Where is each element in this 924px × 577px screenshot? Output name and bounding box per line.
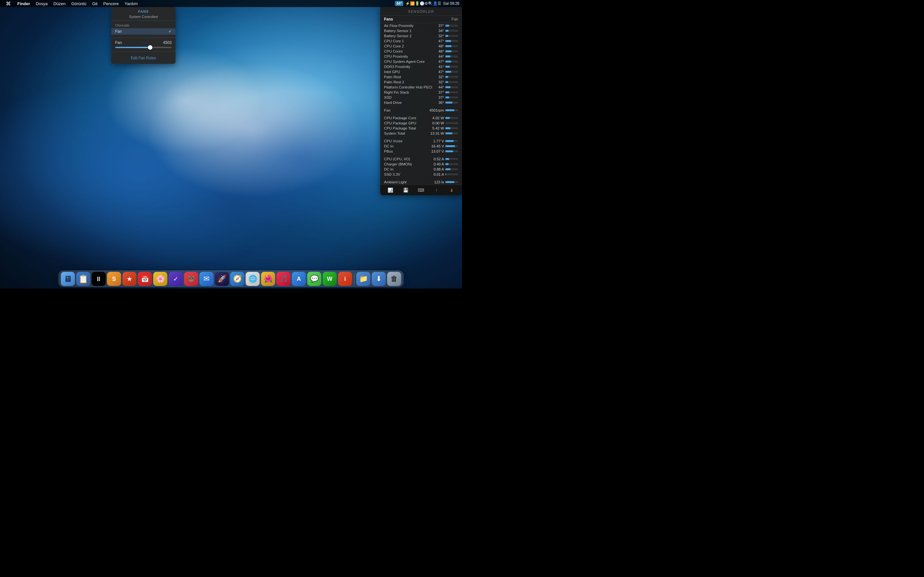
sensor-bar bbox=[445, 76, 448, 78]
dock-item-istatmenus[interactable]: i bbox=[338, 272, 352, 286]
sensor-bar-container bbox=[445, 45, 458, 47]
menu-git[interactable]: Git bbox=[89, 0, 100, 7]
sensor-bar-container bbox=[445, 40, 458, 42]
sensor-row: PBus13.07 V bbox=[380, 149, 462, 154]
sensor-bar-container bbox=[445, 35, 458, 37]
sensor-name: CPU Cores bbox=[384, 49, 433, 53]
sensor-bar-container bbox=[445, 55, 458, 57]
temp-badge[interactable]: 44° bbox=[395, 1, 403, 6]
sensor-bar-container bbox=[445, 30, 458, 32]
sensor-name: Platform Controller Hub PECI bbox=[384, 85, 433, 89]
sensor-bar-container bbox=[445, 122, 458, 124]
edit-fan-rules[interactable]: Edit Fan Rules bbox=[111, 53, 176, 61]
sensor-bar-container bbox=[445, 145, 458, 147]
sensor-row: Ambient Light123 lx bbox=[380, 179, 462, 185]
apple-menu[interactable]: ⌘ bbox=[3, 0, 14, 7]
sensor-value: 44° bbox=[433, 55, 445, 58]
fan-speed-label: Fan bbox=[115, 40, 122, 45]
dock-item-mail[interactable]: ✉ bbox=[200, 272, 214, 286]
sensor-bar-container bbox=[445, 117, 458, 119]
fan-slider-container[interactable] bbox=[111, 46, 176, 50]
sensor-bar bbox=[445, 61, 451, 63]
dock-item-messages[interactable]: 💬 bbox=[307, 272, 321, 286]
sensor-bar bbox=[445, 45, 451, 47]
fans-section: Otomatik Fan ✓ bbox=[111, 21, 176, 36]
dock-item-finder[interactable]: 🖥 bbox=[61, 272, 75, 286]
sensor-value: 44° bbox=[433, 85, 445, 89]
sensor-bar-container bbox=[445, 168, 458, 170]
menu-goruntu[interactable]: Görüntü bbox=[69, 0, 89, 7]
sensor-bar-container bbox=[445, 81, 458, 83]
sensor-bar-container bbox=[445, 102, 458, 103]
menu-finder[interactable]: Finder bbox=[15, 0, 33, 7]
bottom-icon-sensors[interactable]: 🌡 bbox=[448, 187, 456, 193]
tab-fan[interactable]: Fan bbox=[451, 17, 458, 21]
sensor-bar bbox=[445, 91, 449, 93]
sensor-value: 0.01 A bbox=[433, 172, 445, 176]
menu-duzen[interactable]: Düzen bbox=[51, 0, 68, 7]
menu-pencere[interactable]: Pencere bbox=[101, 0, 121, 7]
menu-dosya[interactable]: Dosya bbox=[33, 0, 50, 7]
sensor-name: Fan bbox=[384, 108, 430, 112]
sensor-value: 0.52 A bbox=[433, 157, 445, 161]
fan-option-fan[interactable]: Fan ✓ bbox=[111, 28, 176, 35]
fan-slider-thumb[interactable] bbox=[148, 45, 152, 50]
sensor-value: 32° bbox=[433, 75, 445, 79]
sensor-bar-container bbox=[445, 140, 458, 142]
dock-item-iphonephotos[interactable]: 🌺 bbox=[261, 272, 275, 286]
sensor-row: Battery Sensor 134° bbox=[380, 28, 462, 33]
sensor-bar bbox=[445, 71, 451, 73]
sensor-bar bbox=[445, 30, 449, 32]
fan-slider-track bbox=[115, 47, 172, 48]
sensor-name: CPU Package Total bbox=[384, 126, 433, 130]
dock-item-folder[interactable]: 📁 bbox=[357, 272, 371, 286]
sensor-name: Ambient Light bbox=[384, 180, 433, 184]
sensor-bar bbox=[445, 25, 449, 27]
dock: 🖥 📋 ⏸ S ★ 📅 🌸 ✓ 🐻 ✉ 🚀 🧭 🌐 🌺 🎵 A 💬 W i 📁 … bbox=[58, 271, 404, 287]
sensor-value: 36° bbox=[433, 101, 445, 105]
sensor-name: Battery Sensor 2 bbox=[384, 34, 433, 38]
dock-item-bear[interactable]: 🐻 bbox=[184, 272, 198, 286]
bottom-icon-terminal[interactable]: ⌨ bbox=[417, 187, 425, 193]
dock-item-downloads[interactable]: ⬇ bbox=[372, 272, 386, 286]
sensor-bar bbox=[445, 102, 452, 103]
dock-item-rocket[interactable]: 🚀 bbox=[215, 272, 229, 286]
sensors-title: SENSÖRLER bbox=[380, 7, 462, 16]
sensor-bar-container bbox=[445, 150, 458, 152]
dock-item-reeder[interactable]: ★ bbox=[123, 272, 137, 286]
dock-item-safari[interactable]: 🧭 bbox=[230, 272, 244, 286]
dock-item-sublime[interactable]: S bbox=[107, 272, 121, 286]
sensor-value: 13.07 V bbox=[431, 149, 445, 153]
dock-item-appstore[interactable]: A bbox=[292, 272, 306, 286]
sensor-bar bbox=[445, 163, 449, 165]
dock-item-whatsapp[interactable]: W bbox=[323, 272, 337, 286]
sensor-bar bbox=[445, 86, 451, 88]
dock-item-tidal[interactable]: ⏸ bbox=[92, 272, 106, 286]
sensor-row: SSD37° bbox=[380, 95, 462, 100]
dock-item-trash[interactable]: 🗑 bbox=[387, 272, 401, 286]
tab-fans[interactable]: Fans bbox=[384, 17, 393, 21]
dock-item-music[interactable]: 🎵 bbox=[276, 272, 291, 286]
sensor-section-gap bbox=[380, 154, 462, 156]
sensor-row: Battery Sensor 232° bbox=[380, 33, 462, 39]
sensor-value: 47° bbox=[433, 60, 445, 63]
fan-slider-fill bbox=[115, 47, 150, 48]
fan-speed-value: 4503 bbox=[163, 40, 172, 45]
bottom-icon-cpu[interactable]: 📊 bbox=[387, 187, 394, 193]
sensor-bar-container bbox=[445, 71, 458, 73]
sensor-bar bbox=[445, 181, 454, 183]
sensor-row: CPU Package GPU0.00 W bbox=[380, 121, 462, 126]
bottom-icon-network[interactable]: ↑ bbox=[433, 187, 440, 193]
dock-item-notes[interactable]: 📋 bbox=[76, 272, 90, 286]
sensor-value: 37° bbox=[433, 24, 445, 27]
dock-item-fantastical[interactable]: 📅 bbox=[138, 272, 152, 286]
dock-item-chrome[interactable]: 🌐 bbox=[246, 272, 260, 286]
sensor-value: 16.45 V bbox=[431, 144, 445, 148]
dock-divider bbox=[354, 273, 355, 285]
sensor-bar bbox=[445, 81, 448, 83]
dock-item-photos[interactable]: 🌸 bbox=[153, 272, 168, 286]
bottom-icon-ram[interactable]: 💾 bbox=[402, 187, 410, 193]
sensor-section-gap bbox=[380, 136, 462, 139]
dock-item-omnifocus[interactable]: ✓ bbox=[169, 272, 183, 286]
menu-yardim[interactable]: Yardım bbox=[122, 0, 140, 7]
